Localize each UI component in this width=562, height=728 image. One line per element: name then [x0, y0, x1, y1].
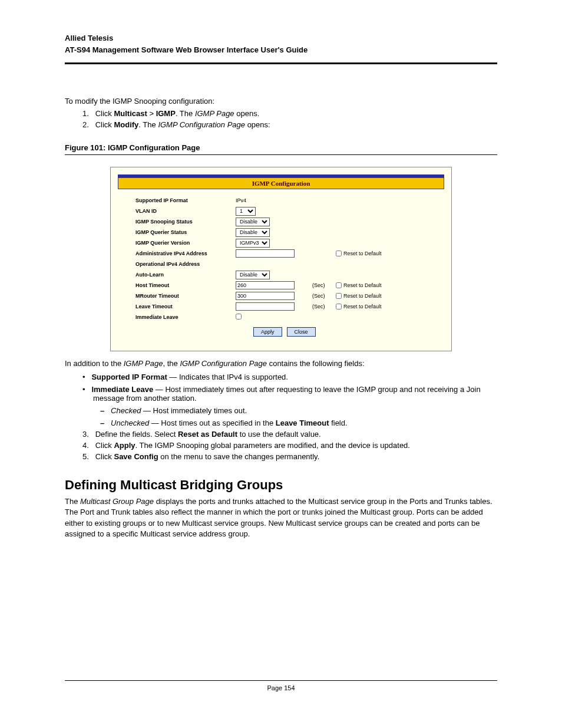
label-leave-timeout: Leave Timeout: [135, 304, 236, 309]
step-1: 1. Click Multicast > IGMP. The IGMP Page…: [65, 109, 497, 118]
list-number: 4.: [82, 441, 89, 450]
header-rule: [65, 62, 497, 64]
bullet-icon: –: [100, 419, 104, 427]
immediate-leave-checkbox[interactable]: [236, 314, 242, 319]
querier-version-select[interactable]: IGMPv3: [236, 239, 270, 248]
page-ref: IGMP Page: [195, 109, 234, 118]
list-number: 5.: [82, 452, 89, 461]
bullet-icon: •: [82, 373, 85, 381]
querier-status-select[interactable]: Disable: [236, 228, 270, 237]
host-timeout-input[interactable]: [236, 281, 295, 289]
step-2: 2. Click Modify. The IGMP Configuration …: [65, 120, 497, 129]
figure-title: IGMP Configuration Page: [108, 143, 200, 152]
leave-timeout-input[interactable]: [236, 302, 295, 311]
sec-suffix: (Sec): [312, 304, 336, 309]
modify-action: Modify: [114, 120, 138, 129]
page-ref: IGMP Configuration Page: [180, 359, 267, 368]
reset-mrouter-checkbox[interactable]: [336, 293, 342, 299]
bullet-checked: – Checked — Host immediately times out.: [65, 406, 497, 415]
section-paragraph: The Multicast Group Page displays the po…: [65, 496, 497, 539]
figure-container: IGMP Configuration Supported IP Format I…: [65, 167, 497, 351]
label-mrouter-timeout: MRouter Timeout: [135, 293, 236, 299]
list-number: 3.: [82, 430, 89, 439]
list-number: 2.: [82, 120, 89, 129]
close-button[interactable]: Close: [287, 327, 316, 337]
reset-admin-ipv4-checkbox[interactable]: [336, 251, 342, 256]
footer-rule: [65, 680, 497, 681]
label-admin-ipv4: Administrative IPv4 Address: [135, 251, 236, 256]
option-name: Checked: [111, 406, 141, 415]
figure-number: Figure 101:: [65, 143, 105, 152]
page-number: Page 154: [0, 684, 562, 691]
label-querier-version: IGMP Querier Version: [135, 240, 236, 246]
step-4: 4. Click Apply. The IGMP Snooping global…: [65, 441, 497, 450]
reset-label: Reset to Default: [343, 251, 382, 256]
bullet-immediate-leave: • Immediate Leave — Host immediately tim…: [65, 385, 497, 403]
label-auto-learn: Auto-Learn: [135, 272, 236, 278]
bullet-icon: •: [82, 385, 85, 394]
auto-learn-select[interactable]: Disable: [236, 271, 270, 279]
label-snooping-status: IGMP Snooping Status: [135, 219, 236, 225]
bullet-icon: –: [100, 406, 104, 415]
page-ref: Multicast Group Page: [80, 497, 154, 506]
action-ref: Save Config: [114, 452, 158, 461]
section-heading: Defining Multicast Bridging Groups: [65, 477, 497, 493]
sec-suffix: (Sec): [312, 282, 336, 288]
header-company: Allied Telesis: [65, 32, 497, 44]
sec-suffix: (Sec): [312, 293, 336, 299]
admin-ipv4-input[interactable]: [236, 249, 295, 258]
label-immediate-leave: Immediate Leave: [135, 314, 236, 320]
field-name: Supported IP Format: [91, 373, 167, 381]
label-oper-ipv4: Operational IPv4 Address: [135, 261, 236, 267]
action-ref: Reset as Default: [178, 430, 237, 439]
form-area: Supported IP Format IPv4 VLAN ID 1 IGMP …: [118, 189, 444, 344]
label-querier-status: IGMP Querier Status: [135, 229, 236, 235]
page-ref: IGMP Configuration Page: [158, 120, 245, 129]
snooping-status-select[interactable]: Disable: [236, 218, 270, 226]
step-5: 5. Click Save Config on the menu to save…: [65, 452, 497, 461]
field-name: Immediate Leave: [91, 385, 153, 394]
reset-label: Reset to Default: [343, 282, 382, 288]
list-number: 1.: [82, 109, 89, 118]
label-host-timeout: Host Timeout: [135, 282, 236, 288]
dialog-title: IGMP Configuration: [118, 177, 444, 189]
value-supported-ip: IPv4: [236, 197, 312, 203]
apply-button[interactable]: Apply: [253, 327, 282, 337]
field-ref: Leave Timeout: [276, 419, 329, 427]
config-panel: IGMP Configuration Supported IP Format I…: [110, 167, 452, 351]
post-figure-text: In addition to the IGMP Page, the IGMP C…: [65, 358, 497, 369]
label-vlan-id: VLAN ID: [135, 208, 236, 214]
reset-label: Reset to Default: [343, 304, 382, 309]
reset-host-checkbox[interactable]: [336, 282, 342, 288]
reset-leave-checkbox[interactable]: [336, 304, 342, 309]
mrouter-timeout-input[interactable]: [236, 292, 295, 300]
figure-caption: Figure 101: IGMP Configuration Page: [65, 143, 497, 152]
option-name: Unchecked: [111, 419, 149, 427]
document-page: Allied Telesis AT-S94 Management Softwar…: [0, 0, 562, 728]
intro-text: To modify the IGMP Snooping configuratio…: [65, 97, 497, 106]
breadcrumb-multicast: Multicast: [114, 109, 147, 118]
action-ref: Apply: [114, 441, 135, 450]
label-supported-ip: Supported IP Format: [135, 197, 236, 203]
caption-rule: [65, 154, 497, 155]
bullet-unchecked: – Unchecked — Host times out as specifie…: [65, 419, 497, 427]
step-3: 3. Define the fields. Select Reset as De…: [65, 430, 497, 439]
vlan-id-select[interactable]: 1: [236, 207, 256, 216]
page-ref: IGMP Page: [124, 359, 163, 368]
running-header: Allied Telesis AT-S94 Management Softwar…: [65, 32, 497, 55]
bullet-supported-ip: • Supported IP Format — Indicates that I…: [65, 373, 497, 381]
header-title: AT-S94 Management Software Web Browser I…: [65, 44, 497, 56]
reset-label: Reset to Default: [343, 293, 382, 299]
breadcrumb-igmp: IGMP: [156, 109, 176, 118]
